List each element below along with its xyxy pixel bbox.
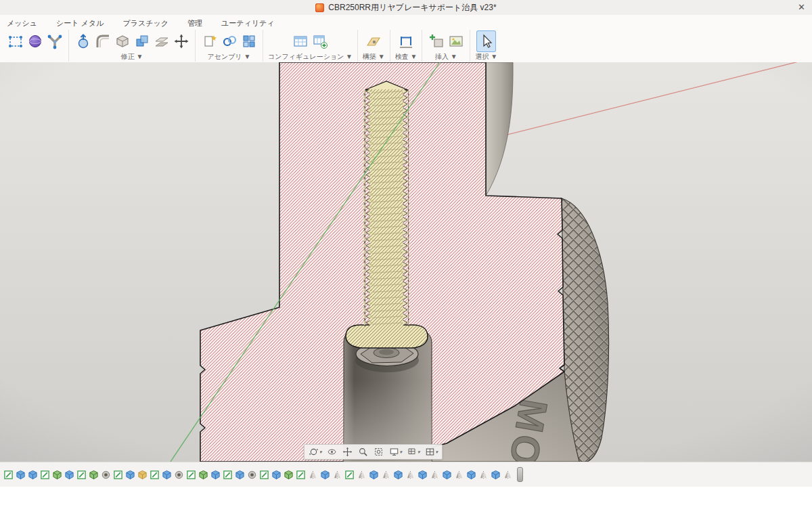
mirror-feature-icon[interactable] — [503, 470, 513, 480]
sketch-feature-icon[interactable] — [186, 470, 196, 480]
mirror-feature-icon[interactable] — [332, 470, 342, 480]
toolbar-tabs: メッシュシート メタルプラスチック管理ユーティリティ — [0, 15, 812, 30]
sketch-feature-icon[interactable] — [40, 470, 50, 480]
toolbar-group-construct: 構築 ▼ — [357, 30, 390, 62]
mirror-feature-icon[interactable] — [454, 470, 464, 480]
toolbar-group-modify: 修正 ▼ — [68, 30, 195, 62]
toolbar-group-label[interactable]: 選択 ▼ — [475, 52, 497, 62]
press-pull-icon[interactable] — [74, 31, 92, 51]
form-icon[interactable] — [26, 31, 44, 51]
fillet-feature-icon[interactable] — [284, 470, 294, 480]
close-icon[interactable]: ✕ — [798, 0, 805, 15]
toolbar-tab[interactable]: ユーティリティ — [221, 18, 275, 28]
timeline-panel — [0, 462, 812, 487]
sketch-feature-icon[interactable] — [344, 470, 355, 480]
extrude-feature-icon[interactable] — [369, 470, 379, 480]
sketch-feature-icon[interactable] — [296, 470, 306, 480]
viewport-vignette — [0, 62, 812, 462]
extrude-feature-icon[interactable] — [466, 470, 476, 480]
fusion-document-icon — [315, 3, 324, 12]
select-tool-icon[interactable] — [477, 31, 495, 51]
insert-icon[interactable] — [427, 31, 445, 51]
extrude-feature-icon[interactable] — [271, 470, 281, 480]
sketch-feature-icon[interactable] — [3, 470, 14, 480]
look-at-icon[interactable] — [325, 445, 340, 458]
measure-icon[interactable] — [397, 31, 415, 51]
toolbar-group-label[interactable]: 修正 ▼ — [121, 52, 143, 62]
toolbar-tab[interactable]: メッシュ — [7, 18, 37, 28]
extrude-feature-icon[interactable] — [64, 470, 74, 480]
toolbar-group-assemble: アセンブリ ▼ — [195, 30, 263, 62]
combine-icon[interactable] — [133, 31, 151, 51]
status-area — [0, 487, 812, 528]
title-bar: CBR250RR用リヤブレーキサポート治具 v23* ✕ — [0, 0, 812, 16]
toolbar-group-mesh — [1, 30, 68, 62]
sketch-feature-icon[interactable] — [76, 470, 87, 480]
sketch-feature-icon[interactable] — [113, 470, 123, 480]
grid-settings-icon[interactable]: ▾ — [405, 445, 422, 458]
fit-icon[interactable] — [371, 445, 386, 458]
toolbar-tab[interactable]: プラスチック — [122, 18, 168, 28]
extrude-feature-icon[interactable] — [28, 470, 38, 480]
fillet-feature-icon[interactable] — [52, 470, 62, 480]
mirror-feature-icon[interactable] — [478, 470, 489, 480]
orbit-icon[interactable]: ▾ — [307, 445, 324, 458]
extrude-feature-icon[interactable] — [235, 470, 245, 480]
display-settings-icon[interactable]: ▾ — [387, 445, 405, 458]
fusion-app-window: CBR250RR用リヤブレーキサポート治具 v23* ✕ メッシュシート メタル… — [0, 0, 812, 528]
toolbar-tab[interactable]: 管理 — [187, 18, 202, 28]
toolbar-group-inspect: 検査 ▼ — [390, 30, 422, 62]
fillet-icon[interactable] — [93, 31, 112, 51]
extrude-feature-icon[interactable] — [393, 470, 403, 480]
construction-plane-icon[interactable] — [365, 31, 383, 51]
offset-face-icon[interactable] — [152, 31, 171, 51]
pipe-icon[interactable] — [45, 31, 64, 51]
toolbar-group-configuration: コンフィギュレーション ▼ — [263, 30, 357, 62]
timeline-scrubber[interactable] — [517, 467, 523, 482]
move-copy-icon[interactable] — [172, 31, 190, 51]
insert-configuration-icon[interactable] — [311, 31, 330, 51]
extrude-feature-icon[interactable] — [442, 470, 452, 480]
sketch-feature-icon[interactable] — [223, 470, 233, 480]
hole-feature-icon[interactable] — [101, 470, 111, 480]
mirror-feature-icon[interactable] — [308, 470, 318, 480]
mirror-feature-icon[interactable] — [405, 470, 415, 480]
thread-feature-icon[interactable] — [137, 470, 148, 480]
canvas-icon[interactable] — [447, 31, 465, 51]
fillet-feature-icon[interactable] — [198, 470, 208, 480]
new-component-icon[interactable] — [200, 31, 219, 51]
toolbar-group-label[interactable]: 検査 ▼ — [395, 52, 418, 62]
mirror-feature-icon[interactable] — [357, 470, 367, 480]
mesh-section-icon[interactable] — [6, 31, 24, 51]
hole-feature-icon[interactable] — [247, 470, 257, 480]
extrude-feature-icon[interactable] — [210, 470, 221, 480]
sketch-feature-icon[interactable] — [259, 470, 269, 480]
extrude-feature-icon[interactable] — [418, 470, 428, 480]
document-tab[interactable]: CBR250RR用リヤブレーキサポート治具 v23* — [315, 2, 496, 14]
pan-icon[interactable] — [340, 445, 355, 458]
sketch-feature-icon[interactable] — [150, 470, 160, 480]
fillet-feature-icon[interactable] — [89, 470, 99, 480]
toolbar-group-label[interactable]: アセンブリ ▼ — [208, 52, 251, 62]
toolbar-tab[interactable]: シート メタル — [56, 18, 104, 28]
extrude-feature-icon[interactable] — [162, 470, 172, 480]
mirror-feature-icon[interactable] — [381, 470, 391, 480]
mirror-feature-icon[interactable] — [430, 470, 440, 480]
rigid-group-icon[interactable] — [240, 31, 258, 51]
hole-feature-icon[interactable] — [174, 470, 184, 480]
viewport-navbar: ▾ ▾ ▾ ▾ — [304, 444, 443, 460]
toolbar-group-label[interactable]: 挿入 ▼ — [435, 52, 457, 62]
toolbar-group-label[interactable]: コンフィギュレーション ▼ — [268, 52, 353, 62]
extrude-feature-icon[interactable] — [491, 470, 501, 480]
extrude-feature-icon[interactable] — [125, 470, 135, 480]
timeline-features — [3, 470, 513, 480]
extrude-feature-icon[interactable] — [320, 470, 330, 480]
extrude-feature-icon[interactable] — [16, 470, 26, 480]
configuration-table-icon[interactable] — [292, 31, 310, 51]
zoom-icon[interactable] — [356, 445, 371, 458]
viewports-icon[interactable]: ▾ — [423, 445, 441, 458]
shell-icon[interactable] — [113, 31, 131, 51]
toolbar-group-label[interactable]: 構築 ▼ — [363, 52, 385, 62]
joint-icon[interactable] — [220, 31, 238, 51]
viewport-3d[interactable]: MO — [0, 62, 812, 462]
